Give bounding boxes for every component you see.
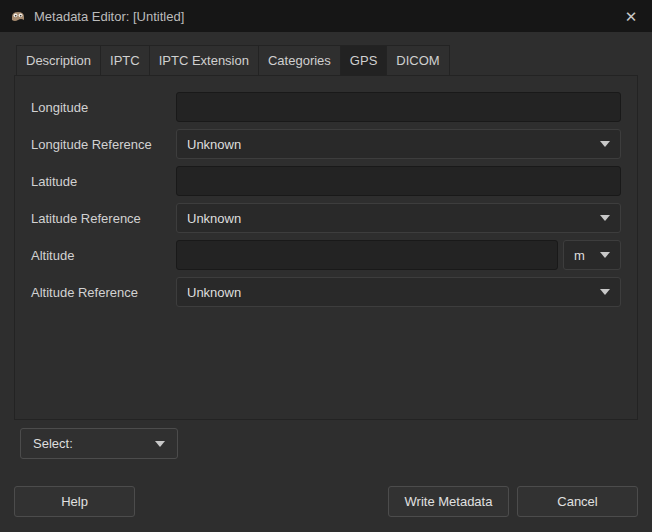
altitude-unit-dropdown[interactable]: m [563, 240, 621, 270]
latitude-row: Latitude [31, 166, 621, 196]
gps-panel: Longitude Longitude Reference Unknown La… [14, 75, 638, 420]
tab-iptc[interactable]: IPTC [100, 45, 150, 76]
tab-categories[interactable]: Categories [258, 45, 341, 76]
chevron-down-icon [600, 252, 610, 258]
select-dropdown[interactable]: Select: [20, 428, 178, 459]
close-icon[interactable]: ✕ [620, 9, 642, 24]
window-title: Metadata Editor: [Untitled] [34, 9, 184, 24]
tab-iptc-label: IPTC [110, 53, 140, 68]
altitude-unit-value: m [574, 248, 585, 263]
latitude-input[interactable] [176, 166, 621, 196]
tab-bar: Description IPTC IPTC Extension Categori… [16, 45, 450, 76]
tab-dicom[interactable]: DICOM [386, 45, 449, 76]
gimp-wilber-icon [10, 8, 26, 24]
altitude-input[interactable] [176, 240, 558, 270]
tab-description-label: Description [26, 53, 91, 68]
latitude-reference-dropdown[interactable]: Unknown [176, 203, 621, 233]
longitude-input[interactable] [176, 92, 621, 122]
longitude-label: Longitude [31, 100, 176, 115]
chevron-down-icon [600, 215, 610, 221]
longitude-reference-label: Longitude Reference [31, 137, 176, 152]
longitude-reference-dropdown[interactable]: Unknown [176, 129, 621, 159]
longitude-row: Longitude [31, 92, 621, 122]
altitude-reference-label: Altitude Reference [31, 285, 176, 300]
select-dropdown-label: Select: [33, 436, 73, 451]
chevron-down-icon [600, 289, 610, 295]
latitude-reference-value: Unknown [187, 211, 241, 226]
altitude-reference-dropdown[interactable]: Unknown [176, 277, 621, 307]
altitude-row: Altitude m [31, 240, 621, 270]
tab-iptc-extension-label: IPTC Extension [159, 53, 249, 68]
tab-dicom-label: DICOM [396, 53, 439, 68]
longitude-reference-value: Unknown [187, 137, 241, 152]
tab-description[interactable]: Description [16, 45, 101, 76]
tab-categories-label: Categories [268, 53, 331, 68]
altitude-reference-value: Unknown [187, 285, 241, 300]
help-button[interactable]: Help [14, 486, 135, 517]
altitude-reference-row: Altitude Reference Unknown [31, 277, 621, 307]
chevron-down-icon [155, 441, 165, 447]
tab-iptc-extension[interactable]: IPTC Extension [149, 45, 259, 76]
tab-gps[interactable]: GPS [340, 45, 387, 76]
altitude-label: Altitude [31, 248, 176, 263]
titlebar[interactable]: Metadata Editor: [Untitled] ✕ [0, 0, 652, 32]
write-metadata-button[interactable]: Write Metadata [388, 486, 509, 517]
tab-gps-label: GPS [350, 53, 377, 68]
cancel-button[interactable]: Cancel [517, 486, 638, 517]
latitude-reference-row: Latitude Reference Unknown [31, 203, 621, 233]
longitude-reference-row: Longitude Reference Unknown [31, 129, 621, 159]
latitude-reference-label: Latitude Reference [31, 211, 176, 226]
chevron-down-icon [600, 141, 610, 147]
latitude-label: Latitude [31, 174, 176, 189]
